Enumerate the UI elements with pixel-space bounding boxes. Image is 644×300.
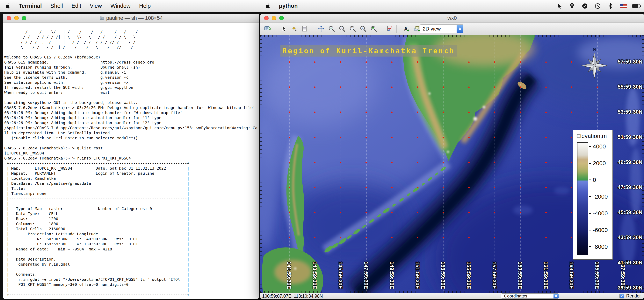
- bluetooth-icon[interactable]: [607, 2, 614, 10]
- zoom-out-button[interactable]: [338, 24, 346, 33]
- menu-shell[interactable]: Shell: [50, 3, 63, 9]
- grid-point: [391, 137, 392, 138]
- render-checkbox[interactable]: ✓: [620, 294, 624, 299]
- show-attributes-button[interactable]: [300, 24, 309, 33]
- longitude-label: 153:59:30E: [440, 262, 446, 289]
- terminal-body[interactable]: __________ ___ __________ ______________…: [3, 23, 259, 299]
- grid-point: [442, 137, 444, 138]
- menu-bar-right: python: [260, 0, 644, 12]
- terminal-window[interactable]: pauline — sh — 108×54 __________ ___ ___…: [3, 13, 259, 299]
- grid-point: [520, 86, 521, 88]
- grid-point: [520, 212, 521, 213]
- longitude-label: 151:59:30E: [414, 262, 420, 289]
- grid-point: [314, 187, 316, 188]
- coordinate-readout: 100:59:07.07E; 113:10:34.98N: [262, 294, 323, 299]
- analyze-map-button[interactable]: [386, 24, 394, 33]
- time-machine-icon[interactable]: [594, 2, 602, 10]
- legend-tick-mark: [589, 146, 591, 147]
- map-title-text: Region of Kuril-Kamchatka Trench: [282, 47, 455, 55]
- grid-point: [366, 162, 367, 163]
- grid-point: [417, 212, 418, 213]
- grid-point: [314, 112, 316, 113]
- zoom-back-button[interactable]: [359, 24, 368, 33]
- us-flag-icon[interactable]: [620, 2, 627, 10]
- grid-point: [571, 212, 572, 213]
- grid-point: [314, 86, 316, 88]
- window-controls[interactable]: [6, 16, 26, 20]
- grid-point: [288, 187, 290, 188]
- menu-edit[interactable]: Edit: [72, 3, 81, 9]
- render-map-button[interactable]: [263, 24, 272, 33]
- grid-point: [468, 237, 470, 238]
- grid-point: [391, 61, 392, 63]
- grid-meridian: [289, 35, 290, 293]
- grid-point: [288, 212, 290, 213]
- grid-point: [366, 61, 367, 63]
- shield-check-icon[interactable]: [581, 2, 589, 10]
- grid-point: [520, 112, 521, 113]
- pan-button[interactable]: [317, 24, 326, 33]
- grid-point: [442, 162, 444, 163]
- grid-point: [417, 162, 418, 163]
- zoom-to-region-button[interactable]: [369, 24, 378, 33]
- zoom-button[interactable]: [22, 16, 26, 20]
- menu-window[interactable]: Window: [110, 3, 130, 9]
- apple-menu[interactable]: [5, 2, 11, 9]
- combo-arrows-icon: [456, 25, 463, 33]
- minimize-button[interactable]: [14, 16, 19, 20]
- grid-point: [494, 162, 495, 163]
- grid-point: [545, 86, 547, 88]
- grid-point: [366, 212, 367, 213]
- grid-point: [545, 61, 547, 63]
- map-display[interactable]: 141:59:30E143:59:30E145:59:30E147:59:30E…: [260, 35, 644, 293]
- menu-view[interactable]: View: [90, 3, 102, 9]
- add-text-button[interactable]: A: [402, 24, 411, 33]
- zoom-in-button[interactable]: [327, 24, 336, 33]
- query-raster-button[interactable]: [290, 24, 299, 33]
- cursor-icon[interactable]: [555, 2, 563, 10]
- render-toggle[interactable]: ✓ Render: [620, 294, 641, 299]
- grid-point: [571, 162, 572, 163]
- grid-point: [391, 86, 392, 88]
- minimize-button[interactable]: [272, 16, 276, 20]
- menu-terminal[interactable]: Terminal: [19, 3, 42, 9]
- zoom-button[interactable]: [279, 16, 284, 20]
- menu-python[interactable]: python: [279, 3, 298, 9]
- apple-menu[interactable]: [265, 2, 271, 9]
- terminal-titlebar[interactable]: pauline — sh — 108×54: [3, 13, 259, 23]
- legend-tick-value: -4000: [593, 210, 608, 217]
- grid-point: [417, 86, 418, 88]
- pointer-button[interactable]: [279, 24, 288, 33]
- battery-icon[interactable]: [632, 2, 640, 10]
- window-controls[interactable]: [264, 16, 284, 20]
- grid-point: [442, 187, 444, 188]
- longitude-label: 145:59:30E: [337, 262, 343, 289]
- grid-point: [417, 61, 418, 63]
- location-icon[interactable]: [568, 2, 576, 10]
- menu-help[interactable]: Help: [139, 3, 151, 9]
- legend-tick-mark: [589, 179, 591, 180]
- close-button[interactable]: [264, 16, 268, 20]
- grid-point: [340, 86, 341, 88]
- grid-point: [314, 137, 316, 138]
- grid-point: [314, 212, 316, 213]
- grid-point: [545, 137, 547, 138]
- map-window-title: wx0: [448, 15, 457, 21]
- longitude-label: 147:59:30E: [363, 262, 369, 289]
- grid-point: [340, 187, 341, 188]
- toolbar-separator: [274, 25, 277, 33]
- grass-map-window[interactable]: wx0 A 2D view: [260, 13, 644, 299]
- statusbar-mode-select[interactable]: Coordinates: [501, 294, 559, 299]
- legend-tick-value: -6000: [593, 227, 608, 233]
- view-mode-select[interactable]: 2D view: [420, 24, 464, 33]
- view-mode-value: 2D view: [420, 26, 456, 32]
- map-ruler-right: [642, 35, 644, 293]
- legend-tick: 0: [589, 177, 596, 183]
- zoom-to-selected-button[interactable]: [348, 24, 357, 33]
- close-button[interactable]: [6, 16, 11, 20]
- map-titlebar[interactable]: wx0: [260, 13, 644, 23]
- terminal-title: pauline — sh — 108×54: [106, 15, 163, 21]
- grid-meridian: [494, 35, 495, 293]
- grid-point: [571, 187, 572, 188]
- grid-point: [340, 112, 341, 113]
